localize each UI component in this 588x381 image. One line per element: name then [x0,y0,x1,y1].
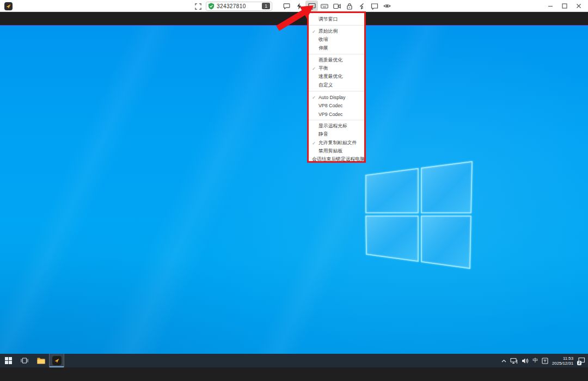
view-mode-button[interactable] [381,1,393,11]
session-id-box[interactable]: 324327810 1 [206,2,272,11]
menu-separator [309,120,364,120]
menu-item[interactable]: ✓原始比例 [309,27,364,35]
security-shield-icon [208,3,215,10]
lightning-icon [296,3,302,10]
maximize-button[interactable] [558,1,572,11]
annotation-highlight-box: 调节窗口✓原始比例收缩伸展画质最优化✓平衡速度最优化自定义✓Auto Displ… [307,11,366,163]
menu-item-label: 收缩 [318,36,328,43]
menu-item[interactable]: 显示远程光标 [309,122,364,130]
check-icon: ✓ [309,66,318,71]
clock-time: 11:53 [552,356,573,361]
privacy-lock-button[interactable] [343,1,356,11]
popup-panel-icon [371,3,378,10]
menu-separator [309,54,364,54]
eye-icon [383,3,391,9]
menu-item[interactable]: 会话结束后锁定远程电脑 [309,155,364,161]
check-icon: ✓ [309,140,318,146]
action-center-button[interactable]: 2 [577,357,586,365]
camera-button[interactable] [330,1,343,11]
chat-icon [283,3,290,10]
menu-item-label: Auto Display [318,95,345,100]
check-icon: ✓ [309,95,318,100]
windows-desktop-wallpaper[interactable] [0,26,588,354]
menu-item-label: 画质最优化 [318,57,342,64]
start-button[interactable] [0,354,16,367]
notification-count-badge: 2 [577,361,581,365]
menu-item-label: 调节窗口 [318,16,338,23]
letterbox-bottom [0,367,588,381]
menu-item-label: 平衡 [318,65,328,72]
close-button[interactable] [572,1,586,11]
windows-taskbar: 中 11:53 2025/12/31 2 [0,354,588,367]
performance-button[interactable] [293,1,305,11]
menu-item-label: VP9 Codec [318,112,343,117]
client-toolbar: 324327810 1 [0,0,588,12]
session-id: 324327810 [217,3,260,9]
chat-button[interactable] [280,1,293,11]
menu-item[interactable]: VP9 Codec [309,110,364,118]
windows-start-icon [5,357,12,364]
display-settings-button[interactable] [305,1,318,11]
menu-item-label: 原始比例 [318,28,338,35]
todesk-app-icon [52,356,62,365]
network-icon[interactable] [510,358,518,364]
app-logo-icon [4,2,13,10]
menu-item[interactable]: ✓Auto Display [309,93,364,101]
minimize-button[interactable] [543,1,558,11]
task-view-icon [21,357,28,364]
file-explorer-button[interactable] [33,354,49,367]
menu-item-label: 会话结束后锁定远程电脑 [312,156,364,161]
menu-item[interactable]: 自定义 [309,81,364,89]
menu-item[interactable]: 调节窗口 [309,15,364,23]
quick-action-button[interactable] [356,1,368,11]
ime-mode-icon[interactable] [542,358,548,364]
volume-icon[interactable] [522,358,529,364]
menu-item-label: 禁用剪贴板 [318,148,342,155]
keyboard-icon [321,3,328,9]
menu-item[interactable]: ✓允许复制粘贴文件 [309,139,364,147]
lock-icon [346,3,353,10]
display-settings-menu: 调节窗口✓原始比例收缩伸展画质最优化✓平衡速度最优化自定义✓Auto Displ… [309,13,364,161]
menu-item[interactable]: 伸展 [309,44,364,52]
keyboard-button[interactable] [318,1,330,11]
menu-item[interactable]: 禁用剪贴板 [309,147,364,155]
menu-item-label: 静音 [318,131,328,138]
taskbar-clock[interactable]: 11:53 2025/12/31 [552,356,573,366]
remote-desktop-window: 中 11:53 2025/12/31 2 [0,0,588,381]
menu-separator [309,91,364,91]
monitor-icon [308,2,316,10]
menu-item-label: 伸展 [318,45,328,52]
file-explorer-icon [37,357,45,364]
ime-language-indicator[interactable]: 中 [532,357,538,364]
menu-item[interactable]: 静音 [309,131,364,139]
menu-item[interactable]: VP8 Codec [309,102,364,110]
maximize-icon [562,3,567,9]
clock-date: 2025/12/31 [552,361,573,366]
menu-item-label: VP8 Codec [318,103,343,108]
menu-item[interactable]: ✓平衡 [309,64,364,72]
fullscreen-button[interactable] [194,2,202,10]
menu-item[interactable]: 速度最优化 [309,73,364,81]
connection-count-badge: 1 [262,3,270,9]
windows-logo [0,26,588,354]
minimize-icon [548,3,553,9]
menu-item-label: 允许复制粘贴文件 [318,140,357,146]
close-icon [576,3,581,9]
remote-screen-viewport: 中 11:53 2025/12/31 2 [0,12,588,381]
tray-expand-chevron-icon[interactable] [501,359,506,362]
shortcut-arrow-icon [359,3,365,10]
video-camera-icon [333,3,341,9]
fullscreen-icon [195,3,201,10]
menu-item[interactable]: 收缩 [309,36,364,44]
menu-item-label: 自定义 [318,82,333,89]
letterbox-top [0,12,588,25]
menu-item-label: 显示远程光标 [318,123,347,130]
check-icon: ✓ [309,29,318,34]
menu-item-label: 速度最优化 [318,73,342,80]
menu-separator [309,25,364,26]
screen-panel-button[interactable] [368,1,381,11]
menu-item[interactable]: 画质最优化 [309,56,364,64]
task-view-button[interactable] [16,354,33,367]
todesk-taskbar-button[interactable] [49,354,64,367]
